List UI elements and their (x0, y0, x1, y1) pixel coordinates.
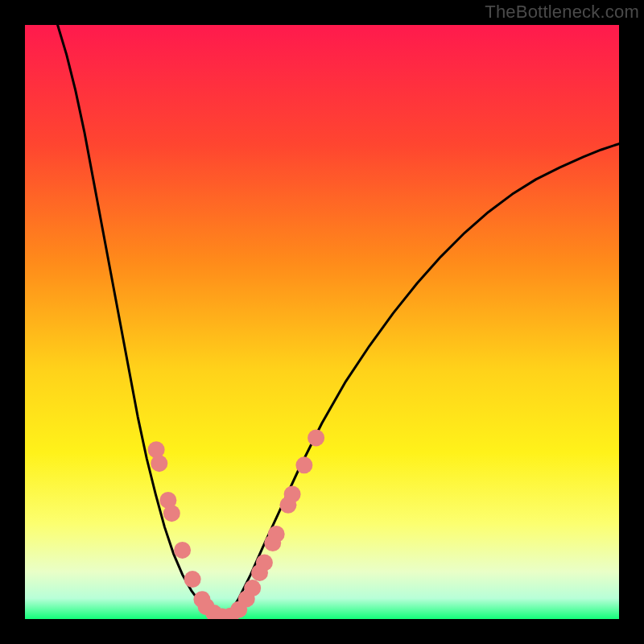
gradient-background (25, 25, 619, 619)
plot-svg (25, 25, 619, 619)
attribution-text: TheBottleneck.com (485, 2, 639, 23)
marker-dot (151, 455, 167, 472)
marker-dot (295, 456, 312, 473)
marker-dot (244, 580, 261, 597)
marker-dot (256, 554, 273, 571)
marker-dot (268, 526, 285, 543)
marker-dot (308, 429, 324, 446)
plot-area (25, 25, 619, 619)
marker-dot (184, 571, 201, 588)
marker-dot (174, 542, 191, 559)
marker-dot (163, 505, 180, 522)
chart-frame: TheBottleneck.com (0, 0, 644, 644)
marker-dot (284, 486, 301, 503)
